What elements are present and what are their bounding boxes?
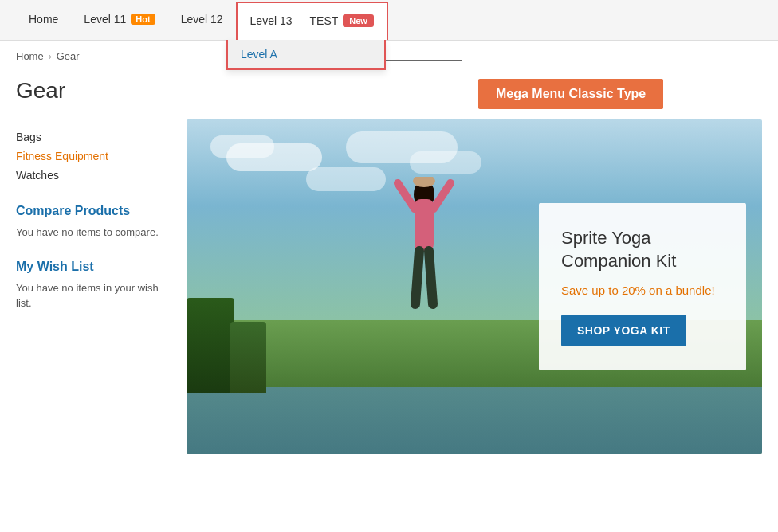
tree-left bbox=[187, 298, 234, 393]
promo-subtitle: Save up to 20% on a bundle! bbox=[561, 282, 724, 299]
dropdown-item-levela[interactable]: Level A bbox=[228, 40, 384, 68]
breadcrumb-separator: › bbox=[49, 51, 52, 62]
sidebar-item-fitness[interactable]: Fitness Equipment bbox=[16, 147, 167, 166]
hot-badge: Hot bbox=[131, 14, 155, 25]
svg-line-5 bbox=[398, 183, 415, 209]
hero-water bbox=[187, 387, 762, 454]
nav-label-level13: Level 13 bbox=[250, 14, 293, 27]
main-content: Bags Fitness Equipment Watches Compare P… bbox=[0, 119, 778, 454]
cloud-3 bbox=[306, 167, 386, 191]
wish-list-text: You have no items in your wish list. bbox=[16, 280, 167, 311]
cloud-5 bbox=[410, 151, 481, 174]
sidebar-nav: Bags Fitness Equipment Watches bbox=[16, 127, 167, 185]
sidebar-item-bags[interactable]: Bags bbox=[16, 127, 167, 147]
shop-yoga-kit-button[interactable]: Shop Yoga Kit bbox=[561, 315, 686, 346]
nav-label-test: TEST bbox=[310, 14, 339, 27]
mega-menu-badge: Mega Menu Classic Type bbox=[478, 79, 663, 109]
compare-products-text: You have no items to compare. bbox=[16, 225, 167, 241]
svg-line-9 bbox=[429, 251, 433, 304]
breadcrumb-home[interactable]: Home bbox=[16, 50, 44, 62]
tree-left2 bbox=[230, 322, 266, 393]
nav-item-level13[interactable]: Level 13 TEST New bbox=[236, 2, 388, 40]
nav-label-level12: Level 12 bbox=[181, 13, 223, 25]
nav-label-level11: Level 11 bbox=[84, 13, 126, 25]
nav-label-home: Home bbox=[29, 13, 58, 25]
promo-title: Sprite Yoga Companion Kit bbox=[561, 227, 724, 272]
compare-products-title: Compare Products bbox=[16, 204, 167, 218]
mega-menu-badge-container: Mega Menu Classic Type bbox=[478, 79, 663, 109]
promo-card: Sprite Yoga Companion Kit Save up to 20%… bbox=[539, 203, 746, 370]
dropdown-item-label: Level A bbox=[241, 48, 277, 61]
svg-line-6 bbox=[434, 183, 450, 209]
nav-item-home[interactable]: Home bbox=[16, 0, 71, 40]
svg-line-8 bbox=[415, 251, 419, 304]
top-navigation: Home Level 11 Hot Level 12 Level 13 TEST… bbox=[0, 0, 778, 41]
wish-list-title: My Wish List bbox=[16, 260, 167, 274]
breadcrumb-gear: Gear bbox=[57, 50, 80, 62]
cloud-2 bbox=[210, 135, 274, 158]
nav-item-level12[interactable]: Level 12 bbox=[168, 0, 236, 40]
new-badge: New bbox=[343, 14, 374, 27]
person-silhouette bbox=[388, 177, 460, 360]
hero-section: Sprite Yoga Companion Kit Save up to 20%… bbox=[187, 119, 762, 454]
nav-item-level11[interactable]: Level 11 Hot bbox=[71, 0, 167, 40]
sidebar: Bags Fitness Equipment Watches Compare P… bbox=[16, 119, 167, 454]
nav-dropdown: Level A bbox=[226, 40, 386, 70]
sidebar-item-watches[interactable]: Watches bbox=[16, 166, 167, 185]
